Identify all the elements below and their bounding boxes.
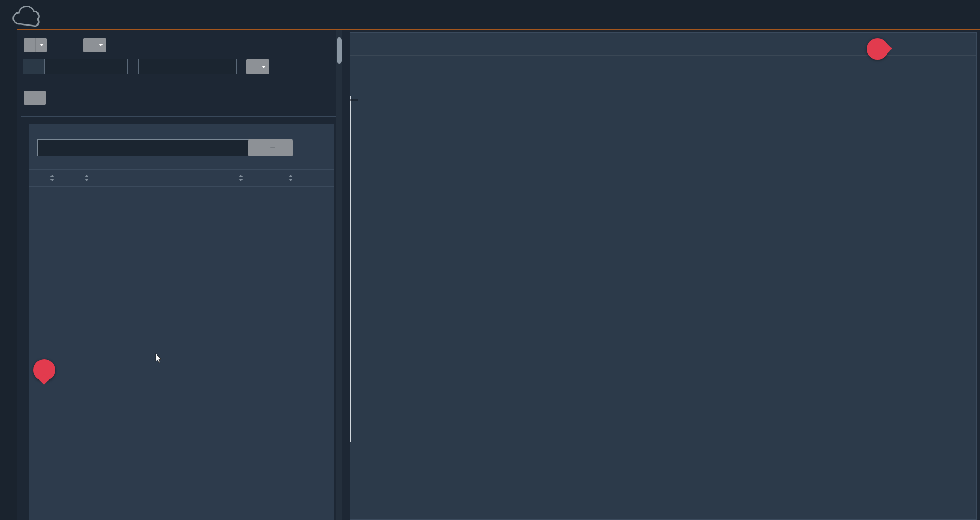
menu-icon[interactable] [917, 40, 925, 48]
oscillogram-panel [350, 32, 977, 520]
chevron-down-icon [99, 44, 103, 46]
week-forward-dropdown[interactable] [95, 38, 106, 52]
week-forward-button[interactable] [83, 38, 106, 52]
export-icon [294, 143, 301, 150]
filter-button[interactable] [248, 139, 293, 156]
event-table-header [29, 169, 334, 187]
scrollbar-thumb[interactable] [337, 37, 342, 64]
cloud-logo-icon [5, 1, 59, 29]
user-icon [914, 11, 922, 19]
annotation-step-2 [867, 38, 888, 60]
sort-geraet[interactable] [289, 175, 293, 181]
icon-sidebar [0, 29, 17, 520]
range-preset-dropdown[interactable] [258, 59, 269, 74]
trigger-annotation [350, 99, 358, 101]
main-content [17, 29, 980, 520]
sort-select-column[interactable] [50, 175, 54, 181]
range-preset-label [246, 59, 258, 74]
week-forward-label [83, 38, 95, 52]
today-button[interactable] [24, 91, 46, 105]
date-to-input[interactable] [138, 59, 237, 74]
calendar-button[interactable] [23, 59, 44, 74]
logout-button[interactable] [937, 11, 949, 19]
user-menu[interactable] [914, 11, 926, 19]
logout-icon [937, 11, 945, 19]
close-icon[interactable] [952, 40, 961, 48]
event-table-body [29, 187, 334, 520]
top-bar [0, 0, 980, 29]
x-axis [454, 405, 970, 424]
event-list-card [29, 124, 334, 520]
system-status-warning-icon[interactable] [960, 10, 970, 19]
left-panel-scrollbar[interactable] [336, 30, 342, 520]
sort-zeitpunkt[interactable] [239, 175, 243, 181]
fullscreen-icon[interactable] [934, 40, 943, 48]
range-preset-button[interactable] [246, 59, 269, 74]
chevron-down-icon [40, 44, 44, 46]
week-back-dropdown[interactable] [35, 38, 47, 52]
sort-typ[interactable] [85, 175, 89, 181]
calendar-icon [30, 63, 37, 71]
date-from-input[interactable] [44, 59, 128, 74]
chart-legend [365, 33, 453, 519]
export-button[interactable] [294, 143, 304, 150]
edit-icon[interactable] [899, 40, 908, 48]
filter-count-badge [270, 147, 275, 148]
section-divider [21, 116, 337, 117]
navigate-icon [30, 94, 36, 101]
week-back-button[interactable] [24, 38, 47, 52]
chevron-down-icon [262, 66, 266, 68]
trigger-line [350, 96, 351, 442]
annotation-step-1 [33, 359, 55, 381]
search-input[interactable] [37, 139, 269, 156]
week-back-label [24, 38, 35, 52]
app-logo[interactable] [5, 1, 59, 29]
